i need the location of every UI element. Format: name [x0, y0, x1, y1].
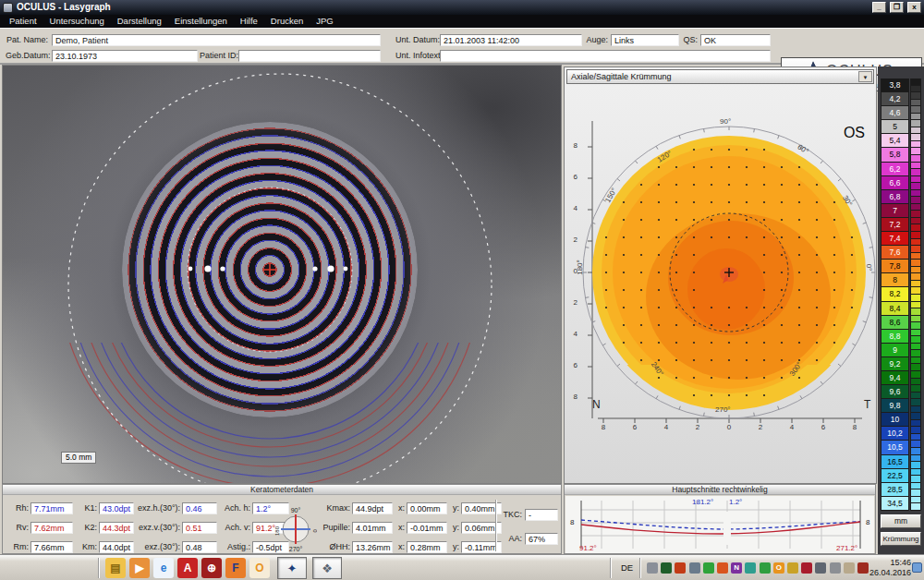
minimize-button[interactable]: _ — [872, 2, 886, 13]
svg-text:0: 0 — [312, 529, 317, 533]
color-scale-entry: 3,8 — [881, 79, 922, 92]
kerato-value-field[interactable]: 43.0dpt — [99, 502, 134, 514]
kerato-value-field[interactable]: 0.46 — [182, 502, 217, 514]
kerato-value-field[interactable]: 0.28mm — [407, 541, 447, 553]
infotext-field[interactable] — [440, 50, 771, 62]
color-scale-entry: 8 — [881, 273, 922, 287]
kerato-value-field[interactable]: 0.00mm — [407, 502, 447, 514]
network-globe-icon[interactable]: ⊕ — [201, 558, 222, 578]
kerato-value-field[interactable]: 7.62mm — [30, 522, 73, 534]
menu-item-jpg[interactable]: JPG — [310, 15, 339, 28]
tray-sync-green-icon[interactable] — [760, 562, 771, 574]
internet-explorer-icon[interactable]: e — [153, 558, 174, 578]
tray-shield-green-icon[interactable] — [661, 562, 672, 574]
close-button[interactable]: x — [907, 2, 921, 13]
color-scale-value: 6,8 — [881, 190, 909, 204]
media-player-icon[interactable]: ▶ — [129, 558, 150, 578]
menu-item-darstellung[interactable]: Darstellung — [111, 15, 168, 28]
color-scale-entry: 9,8 — [881, 399, 922, 413]
limbus-dashed-circle — [68, 74, 492, 484]
qs-field[interactable]: OK — [700, 34, 771, 46]
kerato-label: exz.(30°): — [138, 541, 180, 553]
menu-item-untersuchung[interactable]: Untersuchung — [43, 15, 111, 28]
taskbar: ▤▶eA⊕FO ✦❖ DE NO 15:46 26.04.2016 — [0, 554, 924, 580]
hauptschnitte-panel: Hauptschnitte rechtwinkelig 181.2° 1.2° … — [564, 484, 876, 554]
menu-item-hilfe[interactable]: Hilfe — [234, 15, 264, 28]
color-scale-gradient-steps — [910, 399, 921, 413]
color-scale-gradient-steps — [910, 427, 921, 441]
scale-bar-label: 5.0 mm — [61, 452, 96, 464]
outlook-icon[interactable]: O — [249, 558, 270, 578]
kerato-value-field[interactable]: 44.3dpt — [99, 522, 134, 534]
color-scale-entry: 4,2 — [881, 92, 922, 106]
show-desktop-button[interactable] — [912, 562, 922, 573]
exam-date-field[interactable]: 21.01.2003 11:42:00 — [440, 34, 582, 46]
eye-side-marker: OS — [844, 125, 865, 141]
unit-mm-button[interactable]: mm — [881, 514, 921, 528]
explorer-icon[interactable]: ▤ — [105, 558, 126, 578]
aa-field[interactable]: 67% — [525, 533, 558, 545]
camera-app-button[interactable]: ❖ — [312, 557, 342, 579]
tkc-field[interactable]: - — [525, 509, 558, 521]
kerato-value-field[interactable]: 0.48 — [182, 541, 217, 553]
color-scale-gradient-steps — [910, 371, 921, 385]
color-scale-gradient-steps — [910, 260, 921, 273]
menu-item-patient[interactable]: Patient — [3, 15, 43, 28]
clock[interactable]: 15:46 26.04.2016 — [869, 558, 911, 578]
window-title: OCULUS - Lasygraph — [17, 0, 869, 15]
menu-item-einstellungen[interactable]: Einstellungen — [168, 15, 234, 28]
color-scale-value: 28,5 — [881, 483, 909, 497]
color-scale-value: 7,4 — [881, 232, 909, 246]
eye-field[interactable]: Links — [611, 34, 679, 46]
kerato-value-field[interactable]: 4.01mm — [352, 522, 393, 534]
kerato-value-field[interactable]: 0.51 — [182, 522, 217, 534]
color-scale-value: 8,6 — [881, 316, 909, 330]
color-scale-value: 4,6 — [881, 106, 909, 120]
oculus-app-button[interactable]: ✦ — [277, 557, 307, 579]
kerato-value-field[interactable]: 13.26mm — [352, 541, 393, 553]
tray-n-purple-icon[interactable]: N — [731, 562, 742, 574]
kerato-value-field[interactable]: -0.01mm — [407, 522, 447, 534]
color-scale-entry: 7,6 — [881, 246, 922, 260]
color-scale-value: 7,6 — [881, 246, 909, 260]
acrobat-reader-icon[interactable]: A — [177, 558, 198, 578]
y-axis-left: 8 — [570, 518, 574, 526]
tray-pen-icon[interactable] — [815, 562, 826, 574]
tray-pointer-icon[interactable] — [647, 562, 658, 574]
tray-display-icon[interactable] — [689, 562, 700, 574]
color-scale-entry: 9,2 — [881, 357, 922, 371]
chevron-down-icon[interactable]: ▼ — [858, 71, 872, 82]
firefox-icon[interactable]: F — [225, 558, 246, 578]
tray-lens-red-icon[interactable] — [801, 562, 812, 574]
kerato-value-field[interactable]: 44.0dpt — [99, 541, 134, 553]
patient-id-field[interactable] — [238, 50, 381, 62]
tray-k-red-icon[interactable] — [717, 562, 728, 574]
map-type-dropdown[interactable]: Axiale/Sagittale Krümmung ▼ — [566, 69, 874, 84]
tray-o-orange-icon[interactable]: O — [773, 562, 784, 574]
tray-globe-teal-icon[interactable] — [745, 562, 756, 574]
restore-button[interactable]: ❐ — [890, 2, 904, 13]
v-axis-tick: 6 — [566, 173, 578, 181]
kerato-label: exz.h.(30°): — [138, 502, 180, 514]
color-scale-gradient-steps — [910, 483, 921, 497]
tray-film-icon[interactable] — [675, 562, 686, 574]
color-scale-entry: 34,5 — [881, 497, 922, 511]
color-scale-gradient-steps — [910, 92, 921, 106]
kerato-value-field[interactable]: 7.66mm — [30, 541, 73, 553]
tray-printer-icon[interactable] — [830, 562, 841, 574]
tray-badge-gold-icon[interactable] — [787, 562, 798, 574]
patient-name-field[interactable]: Demo, Patient — [52, 34, 381, 46]
tray-update-icon[interactable] — [703, 562, 714, 574]
color-scale-entry: 6,8 — [881, 190, 922, 204]
kerato-value-field[interactable]: 44.9dpt — [352, 502, 393, 514]
tray-clipboard-icon[interactable] — [844, 562, 855, 574]
color-scale-entry: 6,6 — [881, 176, 922, 190]
tray-phone-red-icon[interactable] — [857, 562, 869, 574]
language-indicator[interactable]: DE — [617, 562, 637, 574]
kerato-value-field[interactable]: 7.71mm — [30, 502, 73, 514]
dob-field[interactable]: 23.10.1973 — [52, 50, 198, 62]
menu-item-drucken[interactable]: Drucken — [264, 15, 310, 28]
kerato-label: x: — [395, 541, 405, 553]
color-scale-value: 5 — [881, 120, 909, 134]
kruemmung-button[interactable]: Krümmung — [881, 532, 921, 546]
